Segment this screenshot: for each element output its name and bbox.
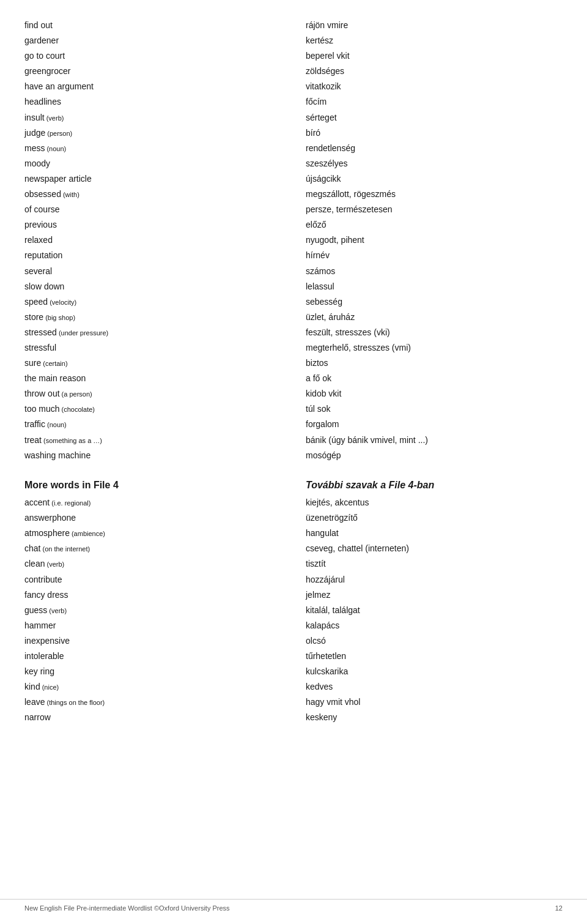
word-english: washing machine [24,449,90,463]
word-row: kalapács [306,619,563,633]
word-row: kind (nice) [24,680,281,694]
word-hungarian: mosógép [306,449,341,463]
word-english: hammer [24,619,56,633]
word-english: find out [24,18,53,32]
hungarian-column: rájön vmirekertészbeperel vkitzöldségesv… [294,18,563,726]
word-note: (ambience) [72,528,105,539]
word-row: hagy vmit vhol [306,695,563,709]
word-hungarian: kitalál, találgat [306,603,360,617]
word-english: moody [24,157,50,171]
word-row: answerphone [24,511,281,525]
word-english: inexpensive [24,634,70,648]
word-row: too much (chocolate) [24,402,281,416]
word-hungarian: kedves [306,680,333,694]
word-english: several [24,264,52,278]
word-note: (under pressure) [59,327,108,338]
word-row: tűrhetetlen [306,649,563,663]
word-row: keskeny [306,710,563,725]
word-row: kertész [306,34,563,48]
word-row: greengrocer [24,64,281,78]
word-note: (chocolate) [62,404,95,415]
word-hungarian: zöldséges [306,64,344,78]
page-footer: New English File Pre-intermediate Wordli… [0,899,587,912]
word-row: tisztít [306,557,563,571]
word-row: hozzájárul [306,573,563,587]
word-row: stressed (under pressure) [24,326,281,340]
word-hungarian: üzenetrögzítő [306,511,358,525]
word-row: intolerable [24,649,281,663]
word-hungarian: feszült, stresszes (vki) [306,326,390,340]
word-row: forgalom [306,417,563,431]
word-english: relaxed [24,233,53,247]
word-row: bánik (úgy bánik vmivel, mint ...) [306,433,563,447]
word-row: megszállott, rögeszmés [306,187,563,201]
word-english: chat [24,542,40,556]
word-english: kind [24,680,40,694]
word-row: stressful [24,341,281,355]
word-hungarian: előző [306,218,326,232]
word-row: several [24,264,281,278]
word-row: sérteget [306,111,563,125]
word-row: have an argument [24,80,281,94]
word-row: sebesség [306,295,563,309]
word-note: (certain) [43,358,67,369]
word-english: sure [24,356,41,370]
word-row: rájön vmire [306,18,563,32]
word-english: newspaper article [24,172,92,186]
word-row: feszült, stresszes (vki) [306,326,563,340]
word-row: of course [24,203,281,217]
word-row: accent (i.e. regional) [24,496,281,510]
word-english: stressed [24,326,57,340]
word-row: relaxed [24,233,281,247]
word-hungarian: szeszélyes [306,157,347,171]
word-row: szeszélyes [306,157,563,171]
word-row: key ring [24,665,281,679]
word-row: a fő ok [306,371,563,386]
word-note: (things on the floor) [46,697,105,708]
word-hungarian: kertész [306,34,333,48]
word-row: traffic (noun) [24,417,281,431]
word-row: guess (verb) [24,603,281,617]
word-english: greengrocer [24,64,71,78]
word-english: reputation [24,248,62,263]
word-note: (nice) [42,682,59,693]
word-hungarian: forgalom [306,417,339,431]
word-english: go to court [24,49,65,63]
word-row: beperel vkit [306,49,563,63]
section-header-english: More words in File 4 [24,477,281,493]
word-hungarian: vitatkozik [306,80,341,94]
word-hungarian: kidob vkit [306,387,341,401]
word-hungarian: beperel vkit [306,49,350,63]
word-note: (person) [47,128,72,139]
word-hungarian: bánik (úgy bánik vmivel, mint ...) [306,433,428,447]
word-row: rendetlenség [306,141,563,155]
word-row: newspaper article [24,172,281,186]
word-english: judge [24,126,45,140]
word-row: túl sok [306,402,563,416]
word-hungarian: nyugodt, pihent [306,233,364,247]
word-hungarian: hírnév [306,248,330,263]
word-hungarian: rendetlenség [306,141,355,155]
word-note: (a person) [62,389,92,400]
word-english: mess [24,141,45,155]
word-english: atmosphere [24,526,70,540]
word-row: kedves [306,680,563,694]
word-hungarian: lelassul [306,280,334,294]
word-english: guess [24,603,47,617]
word-hungarian: olcsó [306,634,326,648]
word-row: the main reason [24,371,281,386]
word-hungarian: cseveg, chattel (interneten) [306,542,409,556]
word-row: kulcskarika [306,665,563,679]
word-hungarian: hangulat [306,526,339,540]
word-row: hangulat [306,526,563,540]
word-hungarian: rájön vmire [306,18,348,32]
footer-page-number: 12 [555,904,563,912]
word-english: key ring [24,665,54,679]
word-hungarian: számos [306,264,335,278]
word-row: inexpensive [24,634,281,648]
word-english: treat [24,433,42,447]
word-row: atmosphere (ambience) [24,526,281,540]
word-row: chat (on the internet) [24,542,281,556]
word-row: biztos [306,356,563,370]
word-row: olcsó [306,634,563,648]
